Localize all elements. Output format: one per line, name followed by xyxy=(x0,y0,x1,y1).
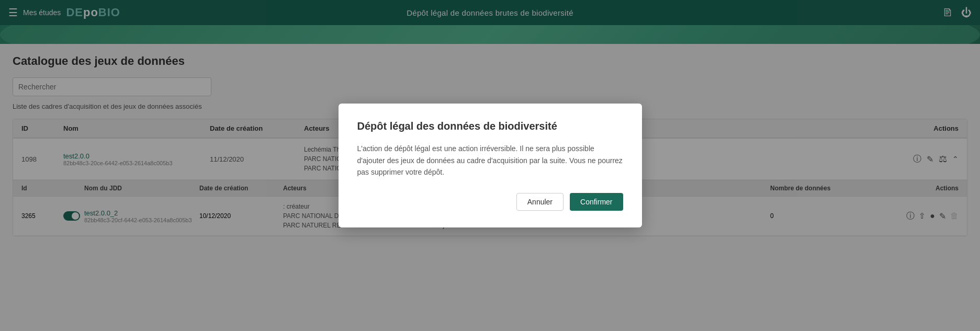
modal-body: L'action de dépôt légal est une action i… xyxy=(357,143,623,178)
confirm-button[interactable]: Confirmer xyxy=(570,193,623,211)
modal-title: Dépôt légal des données de biodiversité xyxy=(357,120,623,132)
modal-footer: Annuler Confirmer xyxy=(357,193,623,211)
cancel-button[interactable]: Annuler xyxy=(516,193,564,211)
modal-dialog: Dépôt légal des données de biodiversité … xyxy=(339,104,642,227)
modal-overlay: Dépôt légal des données de biodiversité … xyxy=(0,0,980,331)
